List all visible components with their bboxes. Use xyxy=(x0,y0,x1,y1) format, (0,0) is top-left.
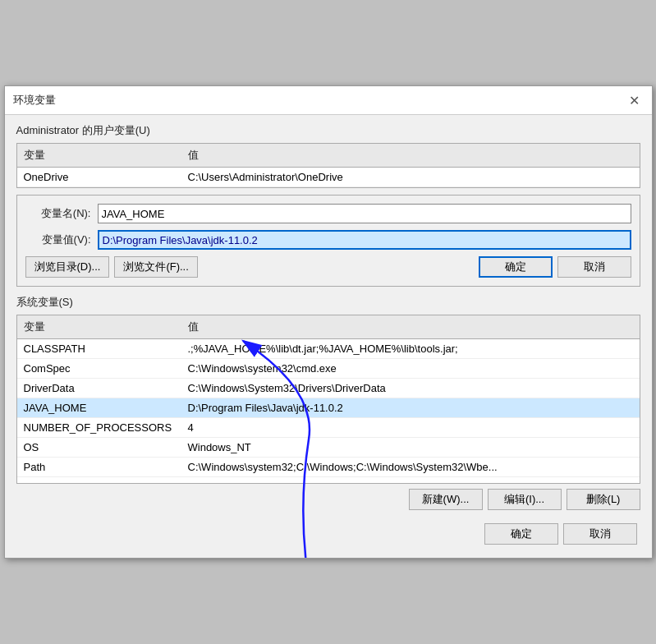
user-col-var-header: 变量 xyxy=(17,146,181,164)
browse-file-button[interactable]: 浏览文件(F)... xyxy=(114,256,197,278)
user-table-header: 变量 值 xyxy=(17,144,640,168)
bottom-cancel-button[interactable]: 取消 xyxy=(563,523,637,545)
edit-cancel-button[interactable]: 取消 xyxy=(557,256,631,278)
edit-ok-button[interactable]: 确定 xyxy=(479,256,553,278)
sys-row-path[interactable]: Path C:\Windows\system32;C:\Windows;C:\W… xyxy=(17,458,640,477)
var-name-input[interactable] xyxy=(98,204,631,223)
sys-row-processors[interactable]: NUMBER_OF_PROCESSORS 4 xyxy=(17,418,640,438)
user-col-val-header: 值 xyxy=(181,146,640,164)
bottom-buttons-row: 确定 取消 xyxy=(16,518,640,550)
new-var-button[interactable]: 新建(W)... xyxy=(409,489,483,510)
sys-row-pathext[interactable]: PATHEXT .COM;.EXE;.BAT;.CMD;.VBS;.VBE;.J… xyxy=(17,477,640,483)
edit-var-button[interactable]: 编辑(I)... xyxy=(488,489,562,510)
sys-row-os[interactable]: OS Windows_NT xyxy=(17,438,640,458)
system-variables-table: 变量 值 CLASSPATH .;%JAVA_HOME%\lib\dt.jar;… xyxy=(16,315,640,484)
title-bar: 环境变量 ✕ xyxy=(5,86,652,115)
user-row-var: OneDrive xyxy=(17,169,181,185)
user-variables-table: 变量 值 OneDrive C:\Users\Administrator\One… xyxy=(16,143,640,188)
system-section-label: 系统变量(S) xyxy=(16,295,640,310)
sys-row-comspec[interactable]: ComSpec C:\Windows\system32\cmd.exe xyxy=(17,359,640,379)
var-value-input[interactable] xyxy=(98,230,631,250)
var-value-label: 变量值(V): xyxy=(25,232,91,247)
system-buttons-row: 新建(W)... 编辑(I)... 删除(L) xyxy=(16,489,640,510)
user-row-val: C:\Users\Administrator\OneDrive xyxy=(181,169,640,185)
user-table-row[interactable]: OneDrive C:\Users\Administrator\OneDrive xyxy=(17,168,640,187)
delete-var-button[interactable]: 删除(L) xyxy=(567,489,640,510)
var-name-row: 变量名(N): xyxy=(25,204,631,223)
dialog-title: 环境变量 xyxy=(13,93,56,108)
sys-col-val-header: 值 xyxy=(181,318,640,336)
edit-variable-section: 变量名(N): 变量值(V): 浏览目录(D)... 浏览文件(F)... 确定… xyxy=(16,195,640,287)
system-table-scroll[interactable]: CLASSPATH .;%JAVA_HOME%\lib\dt.jar;%JAVA… xyxy=(17,339,640,483)
var-name-label: 变量名(N): xyxy=(25,206,91,221)
system-table-header: 变量 值 xyxy=(17,315,640,339)
bottom-ok-button[interactable]: 确定 xyxy=(484,523,558,545)
edit-buttons-row: 浏览目录(D)... 浏览文件(F)... 确定 取消 xyxy=(25,256,631,278)
sys-row-classpath[interactable]: CLASSPATH .;%JAVA_HOME%\lib\dt.jar;%JAVA… xyxy=(17,339,640,359)
system-variables-section: 系统变量(S) 变量 值 CLASSPATH .;%JAVA_HOME%\lib… xyxy=(16,295,640,510)
var-value-row: 变量值(V): xyxy=(25,230,631,250)
sys-row-java-home[interactable]: JAVA_HOME D:\Program Files\Java\jdk-11.0… xyxy=(17,398,640,418)
user-section-label: Administrator 的用户变量(U) xyxy=(16,123,640,138)
sys-col-var-header: 变量 xyxy=(17,318,181,336)
dialog-body: Administrator 的用户变量(U) 变量 值 OneDrive C:\… xyxy=(5,115,652,558)
sys-row-driverdata[interactable]: DriverData C:\Windows\System32\Drivers\D… xyxy=(17,379,640,398)
environment-variables-dialog: 环境变量 ✕ Administrator 的用户变量(U) 变量 值 OneDr… xyxy=(4,85,653,559)
close-button[interactable]: ✕ xyxy=(626,91,644,109)
browse-dir-button[interactable]: 浏览目录(D)... xyxy=(25,256,110,278)
